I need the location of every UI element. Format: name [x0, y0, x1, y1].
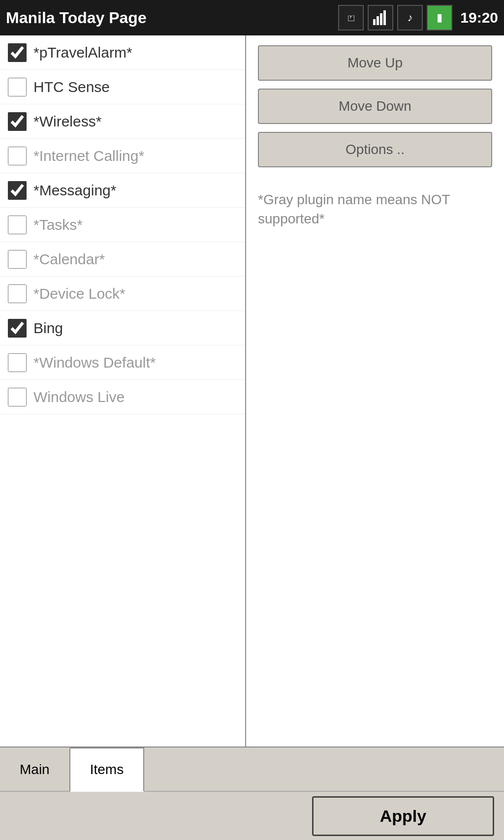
status-bar: Manila Today Page ⏍ ♪ ▮ 19:20	[0, 0, 504, 35]
list-item: *Internet Calling*	[0, 139, 245, 173]
plugin-label-devicelock: *Device Lock*	[33, 285, 126, 302]
list-item: Bing	[0, 311, 245, 345]
plugin-checkbox-messaging[interactable]	[8, 181, 27, 200]
list-item: *Windows Default*	[0, 345, 245, 380]
right-panel: Move Up Move Down Options .. *Gray plugi…	[246, 35, 504, 747]
plugin-checkbox-calendar[interactable]	[8, 250, 27, 269]
plugin-checkbox-windowslive[interactable]	[8, 388, 27, 406]
page-title: Manila Today Page	[6, 9, 338, 27]
plugin-label-calendar: *Calendar*	[33, 251, 105, 268]
status-icons: ⏍ ♪ ▮ 19:20	[338, 5, 498, 31]
svg-rect-2	[380, 13, 382, 25]
info-text: *Gray plugin name means NOT supported*	[258, 190, 492, 228]
plugin-checkbox-ptravelalarm[interactable]	[8, 43, 27, 62]
svg-rect-1	[377, 16, 379, 25]
list-item: *Tasks*	[0, 208, 245, 242]
plugin-checkbox-windowsdefault[interactable]	[8, 353, 27, 372]
list-item: *Calendar*	[0, 242, 245, 277]
svg-rect-3	[383, 10, 386, 25]
plugin-label-wireless: *Wireless*	[33, 113, 101, 130]
plugin-checkbox-internetcalling[interactable]	[8, 147, 27, 165]
svg-rect-0	[373, 19, 376, 25]
list-item: *Device Lock*	[0, 277, 245, 311]
main-content: *pTravelAlarm*HTC Sense*Wireless**Intern…	[0, 35, 504, 747]
apply-bar: Apply	[0, 791, 504, 840]
plugin-label-ptravelalarm: *pTravelAlarm*	[33, 44, 132, 61]
list-item: *pTravelAlarm*	[0, 35, 245, 70]
plugin-label-messaging: *Messaging*	[33, 182, 116, 199]
list-item: *Messaging*	[0, 173, 245, 208]
plugin-checkbox-devicelock[interactable]	[8, 284, 27, 303]
plugin-checkbox-tasks[interactable]	[8, 216, 27, 234]
apply-button[interactable]: Apply	[312, 796, 494, 836]
plugin-checkbox-bing[interactable]	[8, 319, 27, 338]
plugin-label-htcsense: HTC Sense	[33, 79, 110, 95]
tab-main[interactable]: Main	[0, 747, 70, 791]
tabs-bar: Main Items	[0, 747, 504, 791]
music-icon: ♪	[397, 5, 423, 31]
plugin-label-windowslive: Windows Live	[33, 389, 125, 405]
plugin-checkbox-wireless[interactable]	[8, 112, 27, 131]
list-item: *Wireless*	[0, 104, 245, 139]
list-item: Windows Live	[0, 380, 245, 414]
plugin-label-windowsdefault: *Windows Default*	[33, 354, 156, 371]
battery-icon: ▮	[427, 5, 452, 31]
plugin-label-bing: Bing	[33, 320, 63, 337]
options-button[interactable]: Options ..	[258, 132, 492, 167]
plugin-list: *pTravelAlarm*HTC Sense*Wireless**Intern…	[0, 35, 246, 747]
plugin-label-internetcalling: *Internet Calling*	[33, 148, 144, 164]
usb-icon: ⏍	[338, 5, 364, 31]
tab-items[interactable]: Items	[70, 747, 144, 792]
list-item: HTC Sense	[0, 70, 245, 104]
move-down-button[interactable]: Move Down	[258, 89, 492, 124]
status-time: 19:20	[460, 9, 498, 26]
plugin-checkbox-htcsense[interactable]	[8, 78, 27, 96]
signal-icon	[368, 5, 393, 31]
move-up-button[interactable]: Move Up	[258, 45, 492, 81]
plugin-label-tasks: *Tasks*	[33, 217, 83, 233]
